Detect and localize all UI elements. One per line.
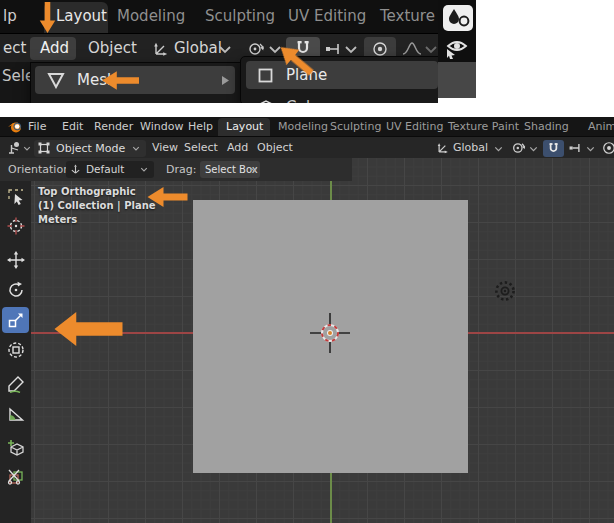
blender-logo-icon — [7, 120, 22, 133]
inset-tab-modeling[interactable]: Modeling — [117, 0, 185, 33]
toolbar — [0, 181, 31, 523]
menu-window[interactable]: Window — [140, 117, 183, 136]
snap-toggle-button[interactable] — [543, 140, 564, 157]
workspace-tab-animation[interactable]: Animation — [588, 117, 614, 136]
inset-tab-layout-label[interactable]: Layout — [56, 0, 107, 33]
curve-icon — [47, 101, 65, 103]
snap-target-icon[interactable] — [568, 141, 582, 155]
orientation-default-dropdown[interactable]: Default — [66, 161, 154, 178]
select-box-tool[interactable] — [2, 184, 29, 210]
transform-tool[interactable] — [2, 337, 29, 363]
measure-tool[interactable] — [2, 401, 29, 427]
collection-label: (1) Collection | Plane — [38, 200, 156, 211]
workspace-tab-sculpting[interactable]: Sculpting — [330, 117, 381, 136]
mesh-icon — [47, 72, 65, 89]
annotation-arrow-mesh — [102, 69, 139, 92]
mode-dropdown[interactable]: Object Mode — [34, 140, 146, 157]
3d-cursor — [308, 311, 352, 355]
mode-label: Object Mode — [56, 140, 125, 157]
menu-view[interactable]: View — [152, 137, 178, 159]
editor-type-icon[interactable] — [7, 141, 22, 155]
inset-topbar: lp Layout Modeling Sculpting UV Editing … — [0, 0, 438, 33]
inset-add-menu-button[interactable]: Add — [30, 37, 76, 60]
mesh-submenu-panel: Plane Cube — [240, 56, 438, 103]
drag-label: Drag: — [166, 158, 196, 181]
transform-orientation-icon — [152, 40, 170, 58]
inset-add-label: Add — [40, 34, 69, 63]
inset-help-fragment: lp — [3, 0, 17, 33]
inset-tab-sculpting[interactable]: Sculpting — [205, 0, 275, 33]
chevron-down-icon — [132, 146, 140, 151]
pivot-point-icon[interactable] — [512, 141, 527, 155]
cube-icon — [257, 98, 275, 103]
orientation-label: Orientation: — [8, 158, 74, 181]
menu-object[interactable]: Object — [257, 137, 293, 159]
plane-icon — [257, 67, 274, 84]
topbar: File Edit Render Window Help Layout Mode… — [0, 117, 614, 136]
move-tool[interactable] — [2, 247, 29, 273]
rotate-tool[interactable] — [2, 277, 29, 303]
menu-edit[interactable]: Edit — [62, 117, 83, 136]
orientation-dropdown[interactable]: Global — [453, 137, 488, 159]
add-menu-item-curve[interactable]: Curve — [35, 96, 235, 103]
object-mode-icon — [38, 142, 50, 154]
proportional-editing-icon[interactable] — [602, 141, 614, 155]
annotation-arrow-layout — [36, 2, 59, 33]
workspace-tab-texture-paint[interactable]: Texture Paint — [448, 117, 519, 136]
inset-main-area: lp Layout Modeling Sculpting UV Editing … — [0, 0, 438, 103]
chevron-down-icon[interactable] — [529, 146, 538, 152]
viewport-header: Object Mode View Select Add Object Globa… — [0, 136, 614, 159]
inset-orientation-dropdown[interactable]: Global — [174, 34, 222, 63]
drag-mode-dropdown[interactable]: Select Box — [200, 161, 260, 178]
chevron-down-icon[interactable] — [23, 146, 31, 151]
units-label: Meters — [38, 214, 77, 225]
cursor-tool[interactable] — [2, 213, 29, 239]
submenu-arrow-icon — [221, 75, 230, 86]
inset-tab-texture-paint[interactable]: Texture P — [380, 0, 438, 33]
tutorial-page: { "colors": { "annotation_orange": "#ed8… — [0, 0, 614, 523]
workspace-tab-uv-editing[interactable]: UV Editing — [386, 117, 443, 136]
menu-select[interactable]: Select — [184, 137, 218, 159]
chevron-down-icon[interactable] — [494, 146, 503, 152]
chevron-down-icon[interactable] — [218, 45, 232, 54]
object-visibility-icon[interactable] — [445, 37, 471, 59]
menu-help[interactable]: Help — [188, 117, 213, 136]
workspace-tab-modeling[interactable]: Modeling — [278, 117, 328, 136]
proportional-editing-icon — [372, 41, 388, 57]
scale-tool-active[interactable] — [2, 307, 29, 333]
point-light-gizmo[interactable] — [493, 279, 517, 303]
curve-label: Curve — [77, 96, 121, 103]
workspace-layout-label[interactable]: Layout — [226, 117, 263, 136]
submenu-item-cube[interactable]: Cube — [246, 93, 438, 103]
pivot-point-icon[interactable] — [248, 41, 266, 57]
inset-tab-uv-editing[interactable]: UV Editing — [288, 0, 366, 33]
magnet-icon — [547, 142, 560, 155]
chevron-down-icon[interactable] — [344, 45, 358, 54]
add-cube-tool[interactable] — [2, 435, 29, 461]
tool-settings-bar: Orientation: Default Drag: Select Box — [0, 158, 352, 181]
orientation-value: Default — [86, 161, 124, 178]
chevron-down-icon[interactable] — [586, 146, 595, 152]
menu-file[interactable]: File — [28, 117, 46, 136]
menu-render[interactable]: Render — [94, 117, 133, 136]
workspace-tab-shading[interactable]: Shading — [524, 117, 569, 136]
view-label: Top Orthographic — [38, 186, 136, 197]
texture-paint-icon[interactable] — [443, 5, 473, 31]
chevron-down-icon — [140, 167, 148, 172]
transform-orientation-icon — [436, 141, 450, 155]
inset-select-menu-fragment[interactable]: ect — [3, 34, 26, 63]
annotation-arrow-scale-tool — [40, 312, 137, 346]
annotation-arrow-view-label — [145, 187, 190, 207]
annotate-tool[interactable] — [2, 371, 29, 397]
inset-object-menu[interactable]: Object — [88, 34, 137, 63]
falloff-curve-icon[interactable] — [402, 41, 422, 56]
menu-add[interactable]: Add — [227, 137, 248, 159]
inset-right-dark-block — [438, 0, 476, 62]
inset-right-fragment — [438, 0, 476, 98]
chevron-down-icon[interactable] — [424, 45, 438, 54]
zoomed-inset-screenshot: lp Layout Modeling Sculpting UV Editing … — [0, 0, 476, 103]
inset-right-gray-block — [438, 62, 476, 98]
duplicate-cut-tool[interactable] — [2, 464, 29, 490]
cube-label: Cube — [286, 93, 325, 103]
blender-window: File Edit Render Window Help Layout Mode… — [0, 117, 614, 523]
